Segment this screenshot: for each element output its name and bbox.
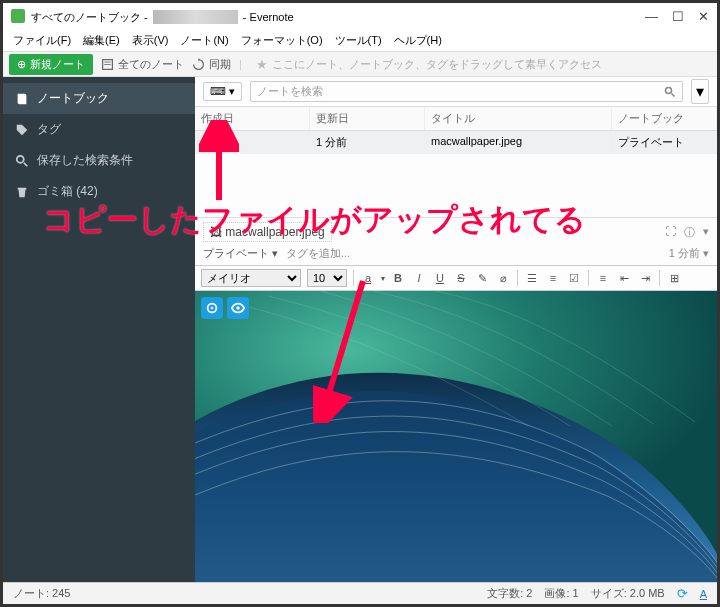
outdent-button[interactable]: ⇤ xyxy=(616,272,632,285)
minimize-button[interactable]: — xyxy=(645,9,658,24)
svg-point-10 xyxy=(236,306,240,310)
chevron-down-icon: ▾ xyxy=(229,85,235,98)
bullet-list-button[interactable]: ☰ xyxy=(524,272,540,285)
app-icon xyxy=(11,9,25,23)
col-notebook[interactable]: ノートブック xyxy=(612,107,717,130)
table-button[interactable]: ⊞ xyxy=(666,272,682,285)
window-controls: — ☐ ✕ xyxy=(645,9,709,24)
strike-button[interactable]: S xyxy=(453,272,469,284)
sync-button[interactable]: 同期 xyxy=(192,57,231,72)
annotation-arrow-up xyxy=(199,120,239,204)
menu-view[interactable]: 表示(V) xyxy=(128,31,173,50)
plus-icon: ⊕ xyxy=(17,58,26,71)
italic-button[interactable]: I xyxy=(411,272,427,284)
menu-file[interactable]: ファイル(F) xyxy=(9,31,75,50)
col-updated[interactable]: 更新日 xyxy=(310,107,425,130)
sync-icon xyxy=(192,58,205,71)
tag-icon xyxy=(15,123,29,137)
sidebar-item-label: 保存した検索条件 xyxy=(37,152,133,169)
chevron-down-icon[interactable]: ▾ xyxy=(381,274,385,283)
dropdown-button[interactable]: ▾ xyxy=(691,79,709,104)
info-icon[interactable]: ⓘ xyxy=(684,225,695,240)
note-search-input[interactable]: ノートを検索 xyxy=(250,81,683,102)
highlight-button[interactable]: ✎ xyxy=(474,272,490,285)
menubar: ファイル(F) 編集(E) 表示(V) ノート(N) フォーマット(O) ツール… xyxy=(3,29,717,51)
format-toolbar: メイリオ 10 a▾ B I U S ✎ ⌀ ☰ ≡ ☑ ≡ ⇤ ⇥ xyxy=(195,265,717,291)
new-note-button[interactable]: ⊕ 新規ノート xyxy=(9,54,93,75)
svg-line-12 xyxy=(323,281,363,413)
global-search-hint[interactable]: ★ ここにノート、ノートブック、タグをドラッグして素早くアクセス xyxy=(250,57,711,72)
clear-format-button[interactable]: ⌀ xyxy=(495,272,511,285)
indent-button[interactable]: ⇥ xyxy=(637,272,653,285)
number-list-button[interactable]: ≡ xyxy=(545,272,561,284)
trash-icon xyxy=(15,185,29,199)
cell-notebook: プライベート xyxy=(612,131,717,154)
sidebar-item-label: ノートブック xyxy=(37,90,109,107)
sidebar: ノートブック タグ 保存した検索条件 ゴミ箱 (42) xyxy=(3,77,195,582)
cell-title: macwallpaper.jpeg xyxy=(425,131,612,154)
book-icon xyxy=(15,92,29,106)
view-badge[interactable] xyxy=(227,297,249,319)
svg-point-9 xyxy=(211,307,214,310)
status-images: 画像: 1 xyxy=(544,586,578,601)
censored-text xyxy=(153,10,238,24)
notelist-toolbar: ⌨▾ ノートを検索 ▾ xyxy=(195,77,717,107)
sidebar-item-saved-search[interactable]: 保存した検索条件 xyxy=(3,145,195,176)
svg-point-5 xyxy=(666,87,672,93)
menu-edit[interactable]: 編集(E) xyxy=(79,31,124,50)
content-area: ⌨▾ ノートを検索 ▾ 作成日 更新日 タイトル ノートブック 1 分前 1 分… xyxy=(195,77,717,582)
expand-icon[interactable]: ⛶ xyxy=(665,225,676,240)
notebook-badge[interactable]: プライベート ▾ xyxy=(203,246,278,261)
svg-line-4 xyxy=(24,162,28,166)
chevron-down-icon: ▾ xyxy=(272,247,278,260)
annotate-badge[interactable] xyxy=(201,297,223,319)
annotation-text: コピーしたファイルがアップされてる xyxy=(43,199,586,241)
text-stat-icon[interactable]: A xyxy=(700,588,707,600)
note-time: 1 分前 ▾ xyxy=(669,246,709,261)
maximize-button[interactable]: ☐ xyxy=(672,9,684,24)
search-icon xyxy=(15,154,29,168)
table-header: 作成日 更新日 タイトル ノートブック xyxy=(195,107,717,131)
annotation-arrow-down xyxy=(313,273,373,423)
status-left: ノート: 245 xyxy=(13,586,70,601)
sidebar-item-label: ゴミ箱 (42) xyxy=(37,183,98,200)
sidebar-item-tags[interactable]: タグ xyxy=(3,114,195,145)
add-tag[interactable]: タグを追加... xyxy=(286,246,350,261)
note-table: 作成日 更新日 タイトル ノートブック 1 分前 1 分前 macwallpap… xyxy=(195,107,717,154)
note-body[interactable] xyxy=(195,291,717,582)
all-notes-button[interactable]: 全てのノート xyxy=(101,57,184,72)
svg-line-6 xyxy=(672,93,675,96)
titlebar: すべてのノートブック - - Evernote — ☐ ✕ xyxy=(3,3,717,29)
image-badges xyxy=(201,297,249,319)
menu-note[interactable]: ノート(N) xyxy=(176,31,232,50)
close-button[interactable]: ✕ xyxy=(698,9,709,24)
svg-point-3 xyxy=(17,155,24,162)
menu-help[interactable]: ヘルプ(H) xyxy=(390,31,446,50)
statusbar: ノート: 245 文字数: 2 画像: 1 サイズ: 2.0 MB ⟳ A xyxy=(3,582,717,604)
cell-updated: 1 分前 xyxy=(310,131,425,154)
keyboard-icon: ⌨ xyxy=(210,85,226,98)
sync-status-icon[interactable]: ⟳ xyxy=(677,586,688,601)
more-icon[interactable]: ▾ xyxy=(703,225,709,240)
menu-tools[interactable]: ツール(T) xyxy=(331,31,386,50)
col-title[interactable]: タイトル xyxy=(425,107,612,130)
sidebar-item-notebooks[interactable]: ノートブック xyxy=(3,83,195,114)
search-icon xyxy=(664,86,676,98)
notes-icon xyxy=(101,58,114,71)
checkbox-button[interactable]: ☑ xyxy=(566,272,582,285)
window-title: すべてのノートブック - - Evernote xyxy=(31,7,294,25)
star-icon: ★ xyxy=(256,57,268,72)
bold-button[interactable]: B xyxy=(390,272,406,284)
titlebar-left: すべてのノートブック - - Evernote xyxy=(11,7,294,25)
toolbar: ⊕ 新規ノート 全てのノート 同期 | ★ ここにノート、ノートブック、タグをド… xyxy=(3,51,717,77)
menu-format[interactable]: フォーマット(O) xyxy=(237,31,327,50)
status-words: 文字数: 2 xyxy=(487,586,532,601)
sidebar-item-label: タグ xyxy=(37,121,61,138)
table-row[interactable]: 1 分前 1 分前 macwallpaper.jpeg プライベート xyxy=(195,131,717,154)
status-size: サイズ: 2.0 MB xyxy=(591,586,665,601)
underline-button[interactable]: U xyxy=(432,272,448,284)
attached-image[interactable] xyxy=(195,291,717,582)
align-left-button[interactable]: ≡ xyxy=(595,272,611,284)
font-select[interactable]: メイリオ xyxy=(201,269,301,287)
view-toggle[interactable]: ⌨▾ xyxy=(203,82,242,101)
